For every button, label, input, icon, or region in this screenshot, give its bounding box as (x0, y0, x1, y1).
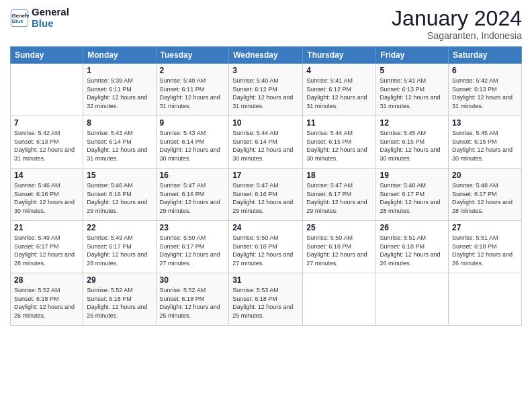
day-cell: 24 Sunrise: 5:50 AM Sunset: 6:18 PM Dayl… (229, 221, 303, 273)
day-info: Sunrise: 5:50 AM Sunset: 6:17 PM Dayligh… (160, 234, 226, 267)
week-row-5: 28 Sunrise: 5:52 AM Sunset: 6:18 PM Dayl… (11, 273, 522, 326)
day-info: Sunrise: 5:52 AM Sunset: 6:18 PM Dayligh… (14, 286, 79, 320)
day-cell: 8 Sunrise: 5:43 AM Sunset: 6:14 PM Dayli… (83, 116, 156, 169)
day-cell: 23 Sunrise: 5:50 AM Sunset: 6:17 PM Dayl… (156, 221, 229, 273)
day-number: 11 (306, 118, 372, 128)
day-number: 18 (306, 171, 372, 180)
day-info: Sunrise: 5:50 AM Sunset: 6:18 PM Dayligh… (306, 234, 372, 267)
week-row-1: 1 Sunrise: 5:39 AM Sunset: 6:11 PM Dayli… (11, 64, 522, 116)
day-cell: 18 Sunrise: 5:47 AM Sunset: 6:17 PM Dayl… (303, 169, 376, 221)
day-cell: 5 Sunrise: 5:41 AM Sunset: 6:13 PM Dayli… (376, 64, 449, 116)
day-cell (376, 273, 449, 326)
day-info: Sunrise: 5:45 AM Sunset: 6:15 PM Dayligh… (380, 129, 445, 163)
col-header-sunday: Sunday (11, 47, 83, 64)
day-info: Sunrise: 5:46 AM Sunset: 6:16 PM Dayligh… (14, 181, 79, 215)
col-header-saturday: Saturday (449, 47, 522, 64)
day-cell: 31 Sunrise: 5:53 AM Sunset: 6:18 PM Dayl… (229, 273, 303, 326)
day-info: Sunrise: 5:48 AM Sunset: 6:17 PM Dayligh… (452, 181, 518, 215)
day-cell: 17 Sunrise: 5:47 AM Sunset: 6:16 PM Dayl… (229, 169, 303, 221)
day-info: Sunrise: 5:43 AM Sunset: 6:14 PM Dayligh… (87, 129, 152, 163)
day-info: Sunrise: 5:49 AM Sunset: 6:17 PM Dayligh… (14, 234, 79, 267)
page: General Blue General Blue January 2024 S… (0, 0, 532, 411)
week-row-4: 21 Sunrise: 5:49 AM Sunset: 6:17 PM Dayl… (11, 221, 522, 273)
day-number: 10 (232, 118, 299, 128)
day-cell: 29 Sunrise: 5:52 AM Sunset: 6:18 PM Dayl… (83, 273, 156, 326)
day-cell: 7 Sunrise: 5:42 AM Sunset: 6:13 PM Dayli… (11, 116, 83, 169)
week-row-3: 14 Sunrise: 5:46 AM Sunset: 6:16 PM Dayl… (11, 169, 522, 221)
header: General Blue General Blue January 2024 S… (10, 7, 522, 41)
day-number: 30 (160, 275, 226, 285)
day-number: 21 (14, 223, 79, 232)
day-number: 29 (87, 275, 152, 285)
day-info: Sunrise: 5:47 AM Sunset: 6:17 PM Dayligh… (306, 181, 372, 215)
day-number: 31 (232, 275, 299, 285)
day-info: Sunrise: 5:53 AM Sunset: 6:18 PM Dayligh… (232, 286, 299, 320)
day-cell: 6 Sunrise: 5:42 AM Sunset: 6:13 PM Dayli… (449, 64, 522, 116)
day-cell: 21 Sunrise: 5:49 AM Sunset: 6:17 PM Dayl… (11, 221, 83, 273)
logo: General Blue General Blue (10, 7, 69, 29)
day-number: 16 (160, 171, 226, 180)
col-header-friday: Friday (376, 47, 449, 64)
day-cell: 28 Sunrise: 5:52 AM Sunset: 6:18 PM Dayl… (11, 273, 83, 326)
day-cell: 20 Sunrise: 5:48 AM Sunset: 6:17 PM Dayl… (449, 169, 522, 221)
header-row: SundayMondayTuesdayWednesdayThursdayFrid… (11, 47, 522, 64)
day-cell: 4 Sunrise: 5:41 AM Sunset: 6:12 PM Dayli… (303, 64, 376, 116)
day-number: 1 (87, 66, 152, 75)
day-number: 19 (380, 171, 445, 180)
day-info: Sunrise: 5:42 AM Sunset: 6:13 PM Dayligh… (14, 129, 79, 163)
day-info: Sunrise: 5:41 AM Sunset: 6:12 PM Dayligh… (306, 77, 372, 110)
day-number: 24 (232, 223, 299, 232)
day-cell: 1 Sunrise: 5:39 AM Sunset: 6:11 PM Dayli… (83, 64, 156, 116)
day-cell: 19 Sunrise: 5:48 AM Sunset: 6:17 PM Dayl… (376, 169, 449, 221)
day-number: 12 (380, 118, 445, 128)
day-number: 5 (380, 66, 445, 75)
day-info: Sunrise: 5:47 AM Sunset: 6:16 PM Dayligh… (232, 181, 299, 215)
day-info: Sunrise: 5:39 AM Sunset: 6:11 PM Dayligh… (87, 77, 152, 110)
day-number: 28 (14, 275, 79, 285)
svg-text:Blue: Blue (12, 18, 24, 24)
location: Sagaranten, Indonesia (392, 30, 522, 41)
day-info: Sunrise: 5:40 AM Sunset: 6:12 PM Dayligh… (232, 77, 299, 110)
logo-general: General (32, 7, 69, 18)
day-number: 6 (452, 66, 518, 75)
day-cell (449, 273, 522, 326)
day-info: Sunrise: 5:42 AM Sunset: 6:13 PM Dayligh… (452, 77, 518, 110)
day-info: Sunrise: 5:51 AM Sunset: 6:18 PM Dayligh… (452, 234, 518, 267)
day-cell (11, 64, 83, 116)
day-cell: 27 Sunrise: 5:51 AM Sunset: 6:18 PM Dayl… (449, 221, 522, 273)
col-header-wednesday: Wednesday (229, 47, 303, 64)
day-cell: 22 Sunrise: 5:49 AM Sunset: 6:17 PM Dayl… (83, 221, 156, 273)
col-header-thursday: Thursday (303, 47, 376, 64)
day-cell: 30 Sunrise: 5:52 AM Sunset: 6:18 PM Dayl… (156, 273, 229, 326)
day-cell: 12 Sunrise: 5:45 AM Sunset: 6:15 PM Dayl… (376, 116, 449, 169)
logo-blue: Blue (32, 18, 69, 30)
day-info: Sunrise: 5:50 AM Sunset: 6:18 PM Dayligh… (232, 234, 299, 267)
day-info: Sunrise: 5:47 AM Sunset: 6:16 PM Dayligh… (160, 181, 226, 215)
day-info: Sunrise: 5:48 AM Sunset: 6:17 PM Dayligh… (380, 181, 445, 215)
day-info: Sunrise: 5:52 AM Sunset: 6:18 PM Dayligh… (87, 286, 152, 320)
day-info: Sunrise: 5:52 AM Sunset: 6:18 PM Dayligh… (160, 286, 226, 320)
day-number: 13 (452, 118, 518, 128)
day-number: 26 (380, 223, 445, 232)
day-number: 25 (306, 223, 372, 232)
day-cell: 9 Sunrise: 5:43 AM Sunset: 6:14 PM Dayli… (156, 116, 229, 169)
logo-icon: General Blue (10, 9, 29, 28)
week-row-2: 7 Sunrise: 5:42 AM Sunset: 6:13 PM Dayli… (11, 116, 522, 169)
day-info: Sunrise: 5:40 AM Sunset: 6:11 PM Dayligh… (160, 77, 226, 110)
day-number: 27 (452, 223, 518, 232)
day-info: Sunrise: 5:51 AM Sunset: 6:18 PM Dayligh… (380, 234, 445, 267)
day-number: 3 (232, 66, 299, 75)
day-cell: 15 Sunrise: 5:46 AM Sunset: 6:16 PM Dayl… (83, 169, 156, 221)
day-info: Sunrise: 5:41 AM Sunset: 6:13 PM Dayligh… (380, 77, 445, 110)
day-info: Sunrise: 5:44 AM Sunset: 6:14 PM Dayligh… (232, 129, 299, 163)
title-block: January 2024 Sagaranten, Indonesia (392, 7, 522, 41)
day-cell: 25 Sunrise: 5:50 AM Sunset: 6:18 PM Dayl… (303, 221, 376, 273)
day-cell (303, 273, 376, 326)
day-number: 23 (160, 223, 226, 232)
day-cell: 13 Sunrise: 5:45 AM Sunset: 6:15 PM Dayl… (449, 116, 522, 169)
day-cell: 26 Sunrise: 5:51 AM Sunset: 6:18 PM Dayl… (376, 221, 449, 273)
col-header-monday: Monday (83, 47, 156, 64)
day-cell: 3 Sunrise: 5:40 AM Sunset: 6:12 PM Dayli… (229, 64, 303, 116)
day-cell: 11 Sunrise: 5:44 AM Sunset: 6:15 PM Dayl… (303, 116, 376, 169)
day-cell: 2 Sunrise: 5:40 AM Sunset: 6:11 PM Dayli… (156, 64, 229, 116)
